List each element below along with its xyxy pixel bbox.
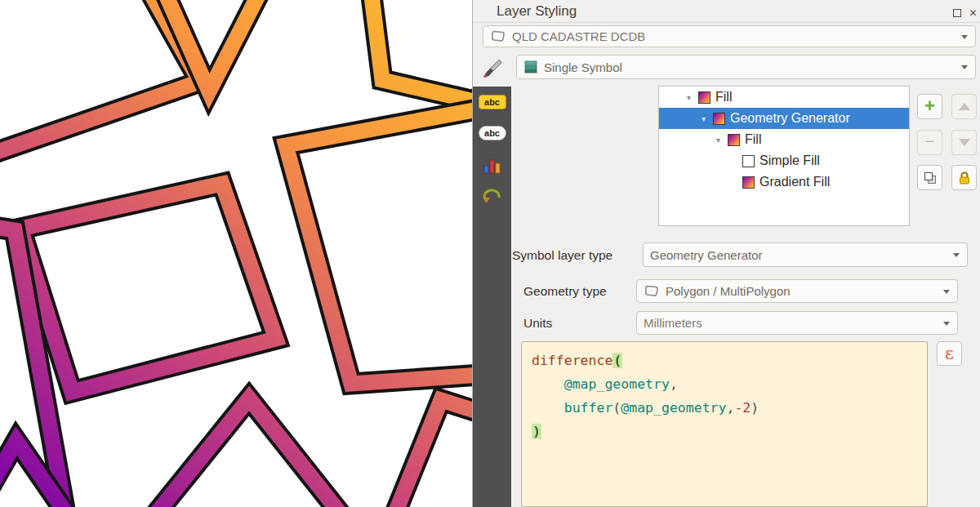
symbol-layer-type-value: Geometry Generator: [650, 248, 763, 262]
move-up-button[interactable]: [951, 94, 977, 119]
units-value: Millimeters: [644, 316, 702, 330]
tab-callouts[interactable]: abc: [473, 122, 511, 144]
map-canvas[interactable]: [0, 0, 472, 507]
expression-builder-button[interactable]: ε: [937, 341, 962, 366]
tree-label: Fill: [745, 132, 761, 147]
lock-color-button[interactable]: [951, 165, 977, 190]
epsilon-icon: ε: [945, 344, 954, 363]
tab-diagrams[interactable]: [473, 153, 511, 178]
panel-title: Layer Styling: [497, 3, 577, 20]
symbol-tree-row[interactable]: ▾Geometry Generator: [659, 108, 909, 129]
tree-label: Fill: [715, 90, 732, 105]
gradient-swatch: [742, 176, 755, 189]
symbol-layer-type-combo[interactable]: Geometry Generator: [643, 242, 968, 267]
units-combo[interactable]: Millimeters: [636, 311, 958, 335]
callouts-abc-icon: abc: [479, 126, 506, 140]
diagram-icon: [483, 156, 502, 176]
geometry-type-value: Polygon / MultiPolygon: [666, 284, 791, 298]
tab-labels[interactable]: abc: [473, 91, 511, 113]
code-line: difference(: [532, 349, 917, 372]
expression-editor[interactable]: difference( @map_geometry, buffer(@map_g…: [521, 341, 928, 507]
units-label: Units: [523, 311, 552, 335]
symbol-layer-type-label: Symbol layer type: [512, 243, 612, 267]
geometry-type-label: Geometry type: [523, 279, 607, 303]
code-line: ): [532, 420, 917, 443]
move-down-button[interactable]: [951, 130, 977, 155]
chevron-down-icon: [961, 65, 968, 69]
close-icon: ✕: [969, 8, 977, 18]
empty-swatch: [742, 155, 755, 167]
code-line: @map_geometry,: [532, 372, 917, 396]
header-separator: [473, 22, 980, 23]
chevron-down-icon: [943, 322, 950, 326]
labels-abc-icon: abc: [479, 95, 506, 109]
polygon-layer-icon: [490, 30, 506, 42]
chevron-down-icon: [961, 35, 968, 39]
plus-icon: +: [924, 97, 935, 115]
tree-label: Geometry Generator: [730, 111, 850, 126]
polygon-geometry-icon: [644, 285, 660, 297]
geometry-type-combo[interactable]: Polygon / MultiPolygon: [636, 279, 958, 303]
arrow-down-icon: [959, 139, 970, 146]
layer-selector-combo[interactable]: QLD CADASTRE DCDB: [483, 25, 976, 47]
renderer-selector-value: Single Symbol: [544, 60, 622, 74]
tree-expander-icon[interactable]: ▾: [716, 136, 728, 145]
gradient-swatch: [728, 134, 740, 146]
symbol-tree-row[interactable]: Gradient Fill: [659, 171, 909, 193]
chevron-down-icon: [943, 290, 950, 294]
symbol-tree-row[interactable]: ▾Fill: [659, 87, 909, 108]
tree-label: Gradient Fill: [760, 175, 830, 189]
gradient-swatch: [698, 91, 710, 104]
qgis-window: Layer Styling ✕ QLD CADASTRE DCDB Single…: [0, 0, 980, 507]
symbol-tree[interactable]: ▾Fill▾Geometry Generator▾FillSimple Fill…: [658, 86, 910, 226]
tree-expander-icon[interactable]: ▾: [687, 93, 698, 102]
gradient-swatch: [713, 113, 725, 125]
tab-history[interactable]: [473, 185, 511, 209]
add-symbol-layer-button[interactable]: +: [917, 94, 942, 119]
layer-selector-value: QLD CADASTRE DCDB: [512, 29, 645, 43]
tree-label: Simple Fill: [760, 153, 820, 168]
undock-icon: [953, 9, 961, 17]
code-line: buffer(@map_geometry,-2): [532, 396, 917, 420]
tree-expander-icon[interactable]: ▾: [702, 114, 713, 123]
duplicate-symbol-layer-button[interactable]: [917, 165, 942, 190]
symbol-tree-row[interactable]: ▾Fill: [659, 129, 909, 150]
remove-symbol-layer-button[interactable]: −: [917, 130, 942, 155]
symbol-layers-icon: [523, 60, 538, 73]
symbol-tree-row[interactable]: Simple Fill: [659, 150, 909, 171]
arrow-up-icon: [959, 103, 970, 110]
minus-icon: −: [925, 133, 935, 149]
history-arrow-icon: [482, 187, 503, 207]
tab-symbology[interactable]: [473, 51, 511, 87]
expression-code: difference( @map_geometry, buffer(@map_g…: [532, 349, 917, 443]
renderer-selector-combo[interactable]: Single Symbol: [516, 55, 976, 79]
map-graphics: [0, 0, 472, 507]
close-panel-button[interactable]: ✕: [967, 7, 979, 19]
layer-styling-panel: Layer Styling ✕ QLD CADASTRE DCDB Single…: [472, 0, 980, 507]
undock-panel-button[interactable]: [951, 7, 963, 19]
chevron-down-icon: [953, 253, 960, 257]
duplicate-icon: [923, 171, 938, 185]
lock-icon: [957, 171, 972, 185]
style-tab-strip: abc abc: [473, 51, 511, 507]
paintbrush-icon: [482, 58, 503, 79]
